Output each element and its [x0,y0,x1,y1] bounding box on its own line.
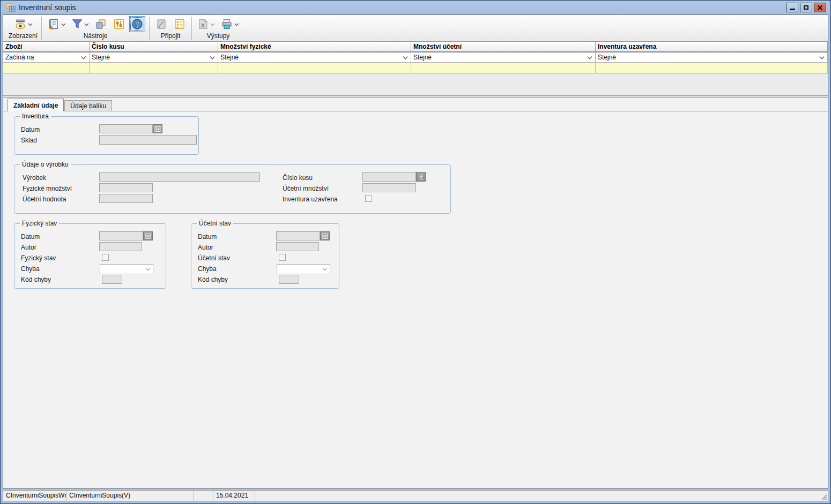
groupbox-ucetni-stav: Účetní stav Datum Autor Účetní stav Chyb… [191,223,339,289]
chevron-down-icon [403,56,408,60]
vyrobek-label: Výrobek [23,174,46,182]
filter-header-row: Zboží Číslo kusu Množství fyzické Množst… [3,42,828,52]
chevron-down-icon [819,56,825,60]
statusbar-cell-wrapper-class: CInventurniSoupisWrap [3,491,66,501]
sklad-label: Sklad [21,137,37,144]
operator-label: Stejné [92,54,110,61]
close-icon [817,5,823,11]
ucetni-stav-datum-field [276,231,320,240]
ucetni-stav-checkbox [279,254,286,261]
groupbox-udaje-o-vyrobku: Údaje o výrobku Výrobek Fyzické množství… [14,164,451,214]
tab-udaje-baliku[interactable]: Údaje balíku [64,100,112,111]
datum-label: Datum [198,233,217,240]
column-header-cislo-kusu[interactable]: Číslo kusu [90,42,218,52]
filter-grid: Zboží Číslo kusu Množství fyzické Množst… [3,42,828,73]
filter-operator-inventura-uzavrena[interactable]: Stejné [596,52,828,63]
svg-text:?: ? [135,21,139,28]
filter-value-input-cislo-kusu[interactable] [90,63,218,73]
calendar-icon [154,126,161,132]
settings-sliders-icon [113,18,125,31]
export-excel-button [196,16,217,32]
cislo-kusu-pick-button [416,172,426,182]
column-header-mnozstvi-ucetni[interactable]: Množství účetní [411,42,596,52]
filter-operator-row: Začíná na Stejné Stejné Stejné Stejné [3,52,828,63]
filter-value-input-zbozi[interactable] [3,63,89,73]
notebook-settings-icon [47,18,60,31]
operator-label: Stejné [413,54,432,61]
toolbar-separator [149,17,150,40]
statusbar-cell-empty [194,491,213,501]
inventura-uzavrena-label: Inventura uzavřena [283,195,338,203]
filter-value-input-inventura-uzavrena[interactable] [596,63,827,73]
kod-chyby-label: Kód chyby [198,276,228,283]
ucetni-stav-label: Účetní stav [198,254,230,262]
fyzicky-stav-autor-field [99,242,142,251]
toolbar-separator [191,17,192,40]
checklist-button[interactable] [172,16,188,32]
fyzicke-mnozstvi-field [99,183,153,192]
tab-zakladni-udaje[interactable]: Základní údaje [8,99,64,111]
chevron-down-icon [587,56,592,60]
datum-label: Datum [21,233,40,240]
export-excel-icon [197,18,209,31]
toolbar-group-label: Připojit [161,32,181,41]
filter-operator-mnozstvi-ucetni[interactable]: Stejné [411,52,596,63]
copy-icon [94,18,107,31]
toolbar-group-zobrazeni: Zobrazení [5,15,41,41]
ucetni-stav-chyba-combo[interactable] [277,264,330,274]
print-icon [220,18,233,31]
copy-button[interactable] [93,16,109,32]
operator-label: Začíná na [5,54,34,61]
filter-operator-zbozi[interactable]: Začíná na [3,52,90,63]
fyzicky-stav-chyba-combo[interactable] [100,264,153,274]
notebook-settings-button[interactable] [46,16,68,32]
fyzicke-mnozstvi-label: Fyzické množství [23,185,72,192]
toolbar: Zobrazení [3,15,828,42]
fyzicky-stav-datum-calendar-button [143,231,153,240]
operator-label: Stejné [598,54,616,61]
help-icon: ? [131,18,144,31]
fyzicky-stav-kod-chyby-field [102,275,122,284]
kod-chyby-label: Kód chyby [21,276,51,283]
chevron-down-icon [61,22,66,26]
window-controls [786,3,826,12]
chevron-down-icon [210,22,215,26]
filter-button[interactable] [70,16,91,32]
autor-label: Autor [21,244,36,251]
minimize-button[interactable] [786,3,798,12]
view-button[interactable] [12,16,34,32]
column-header-zbozi[interactable]: Zboží [3,42,90,52]
chevron-down-icon [234,22,239,26]
chevron-down-icon [28,22,33,26]
print-button[interactable] [219,16,241,32]
filter-value-input-mnozstvi-ucetni[interactable] [411,63,595,73]
filter-operator-mnozstvi-fyzicke[interactable]: Stejné [218,52,411,63]
resize-grip[interactable] [820,493,827,500]
groupbox-inventura: Inventura Datum Sklad [14,116,199,155]
vyrobek-field [99,172,260,182]
column-header-inventura-uzavrena[interactable]: Inventura uzavřena [596,42,828,52]
filter-value-input-mnozstvi-fyzicke[interactable] [218,63,411,73]
cislo-kusu-field [362,172,416,182]
fyzicky-stav-label: Fyzický stav [21,254,56,262]
column-header-mnozstvi-fyzicke[interactable]: Množství fyzické [218,42,411,52]
groupbox-title: Fyzický stav [20,220,59,227]
toolbar-group-label: Nástroje [84,32,108,41]
close-button[interactable] [814,3,826,12]
groupbox-title: Inventura [20,112,51,120]
inventura-datum-field [99,124,153,133]
ucetni-stav-autor-field [276,242,319,251]
cislo-kusu-label: Číslo kusu [283,174,313,182]
autor-label: Autor [198,244,213,251]
maximize-button[interactable] [800,3,812,12]
chevron-down-icon [84,22,89,26]
chyba-label: Chyba [198,265,217,273]
chevron-down-icon [322,267,328,272]
statusbar-cell-class: CInventurniSoupis(V) [66,491,194,501]
inventura-uzavrena-checkbox [365,195,372,202]
filter-operator-cislo-kusu[interactable]: Stejné [90,52,218,63]
main-content: Zobrazení [3,14,828,488]
help-button[interactable]: ? [129,16,145,32]
ucetni-mnozstvi-field [362,183,416,192]
settings-sliders-button[interactable] [111,16,127,32]
